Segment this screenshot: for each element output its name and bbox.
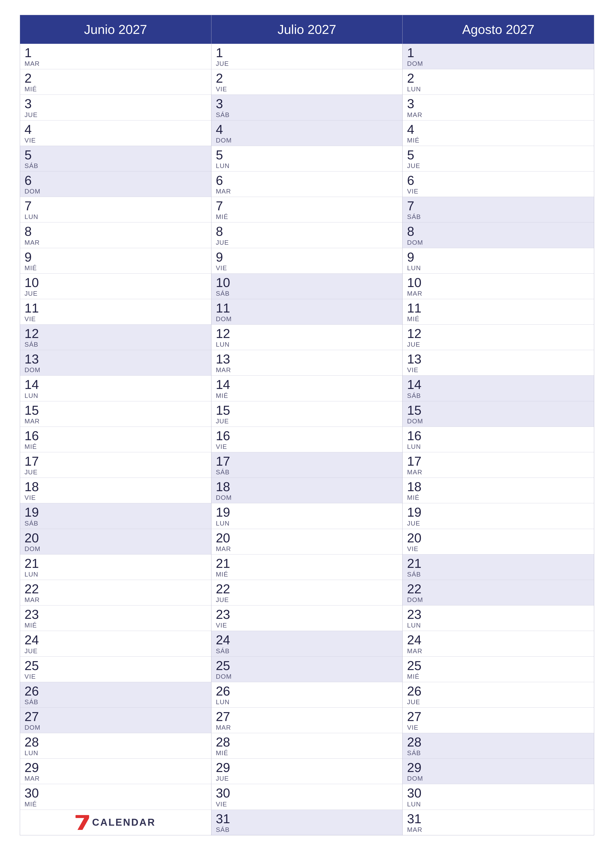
- day-number: 31: [216, 812, 398, 826]
- day-cell: 5SÁB: [20, 146, 211, 172]
- day-name: DOM: [25, 545, 207, 553]
- day-cell: 3JUE: [20, 95, 211, 120]
- day-number: 20: [25, 531, 207, 545]
- day-name: LUN: [25, 213, 207, 221]
- day-cell: 12LUN: [211, 325, 403, 350]
- header-row: Junio 2027 Julio 2027 Agosto 2027: [20, 15, 594, 44]
- day-cell: 4DOM: [211, 121, 403, 146]
- day-name: SÁB: [25, 519, 207, 527]
- day-name: MIÉ: [216, 392, 398, 400]
- days-grid: 1MAR1JUE1DOM2MIÉ2VIE2LUN3JUE3SÁB3MAR4VIE…: [20, 44, 594, 835]
- day-number: 16: [25, 429, 207, 443]
- day-name: DOM: [216, 315, 398, 323]
- day-cell: 15DOM: [403, 401, 594, 427]
- day-cell: 29DOM: [403, 759, 594, 784]
- day-name: JUE: [407, 519, 589, 527]
- day-name: MIÉ: [25, 264, 207, 272]
- day-cell: 28MIÉ: [211, 733, 403, 759]
- day-name: SÁB: [407, 213, 589, 221]
- day-name: DOM: [407, 417, 589, 425]
- day-name: MAR: [25, 775, 207, 783]
- day-cell: 19SÁB: [20, 503, 211, 529]
- day-name: JUE: [407, 341, 589, 349]
- day-cell: 4MIÉ: [403, 121, 594, 146]
- day-name: SÁB: [216, 826, 398, 834]
- day-cell: 2LUN: [403, 69, 594, 95]
- day-cell: 25VIE: [20, 657, 211, 682]
- day-name: MAR: [407, 290, 589, 298]
- day-number: 10: [25, 276, 207, 290]
- day-name: VIE: [216, 85, 398, 93]
- day-name: MIÉ: [25, 622, 207, 629]
- day-cell: 1JUE: [211, 44, 403, 69]
- day-name: LUN: [407, 85, 589, 93]
- day-cell: 2VIE: [211, 69, 403, 95]
- day-number: 30: [25, 786, 207, 800]
- day-number: 5: [407, 148, 589, 162]
- day-cell: 20VIE: [403, 529, 594, 555]
- day-cell: 30LUN: [403, 784, 594, 810]
- day-name: MAR: [216, 724, 398, 732]
- day-name: MIÉ: [25, 443, 207, 451]
- day-cell: 20MAR: [211, 529, 403, 555]
- day-number: 7: [407, 199, 589, 213]
- calendar-container: Junio 2027 Julio 2027 Agosto 2027 1MAR1J…: [20, 15, 594, 835]
- day-name: DOM: [216, 136, 398, 144]
- day-number: 3: [407, 97, 589, 111]
- day-cell: 31MAR: [403, 810, 594, 835]
- day-number: 3: [216, 97, 398, 111]
- day-cell: 24JUE: [20, 631, 211, 656]
- day-number: 26: [216, 684, 398, 698]
- day-name: VIE: [216, 264, 398, 272]
- day-number: 6: [25, 174, 207, 188]
- day-number: 12: [25, 327, 207, 341]
- day-cell: 4VIE: [20, 121, 211, 146]
- day-number: 17: [216, 454, 398, 468]
- day-cell: 17JUE: [20, 452, 211, 478]
- day-number: 8: [407, 225, 589, 239]
- day-name: SÁB: [216, 647, 398, 655]
- day-name: MIÉ: [25, 800, 207, 808]
- day-cell: 11DOM: [211, 299, 403, 325]
- day-cell: 7SÁB: [403, 197, 594, 222]
- day-number: 1: [216, 46, 398, 60]
- day-name: JUE: [216, 417, 398, 425]
- day-name: JUE: [407, 698, 589, 706]
- day-name: LUN: [407, 622, 589, 629]
- day-name: MAR: [407, 647, 589, 655]
- day-number: 29: [407, 761, 589, 775]
- calendar-logo-text: CALENDAR: [92, 817, 155, 828]
- day-cell: 7MIÉ: [211, 197, 403, 222]
- day-cell: 13VIE: [403, 350, 594, 376]
- day-number: 30: [407, 786, 589, 800]
- day-number: 22: [216, 582, 398, 596]
- day-number: 30: [216, 786, 398, 800]
- day-number: 8: [216, 225, 398, 239]
- day-cell: CALENDAR: [20, 810, 211, 835]
- day-number: 21: [25, 556, 207, 570]
- day-number: 13: [407, 352, 589, 366]
- day-cell: 14MIÉ: [211, 376, 403, 401]
- day-number: 23: [216, 608, 398, 622]
- day-cell: 18DOM: [211, 478, 403, 503]
- day-name: MAR: [407, 468, 589, 476]
- day-cell: 6MAR: [211, 172, 403, 197]
- day-name: SÁB: [216, 290, 398, 298]
- day-number: 24: [25, 633, 207, 647]
- day-cell: 26LUN: [211, 682, 403, 708]
- day-name: SÁB: [407, 392, 589, 400]
- day-number: 7: [216, 199, 398, 213]
- day-name: LUN: [216, 341, 398, 349]
- day-name: DOM: [25, 724, 207, 732]
- day-name: LUN: [216, 698, 398, 706]
- day-number: 7: [25, 199, 207, 213]
- day-cell: 17MAR: [403, 452, 594, 478]
- day-number: 19: [216, 505, 398, 519]
- day-cell: 16VIE: [211, 427, 403, 452]
- day-number: 5: [25, 148, 207, 162]
- day-cell: 9VIE: [211, 248, 403, 274]
- day-cell: 13MAR: [211, 350, 403, 376]
- day-number: 29: [25, 761, 207, 775]
- day-name: JUE: [407, 162, 589, 170]
- day-cell: 2MIÉ: [20, 69, 211, 95]
